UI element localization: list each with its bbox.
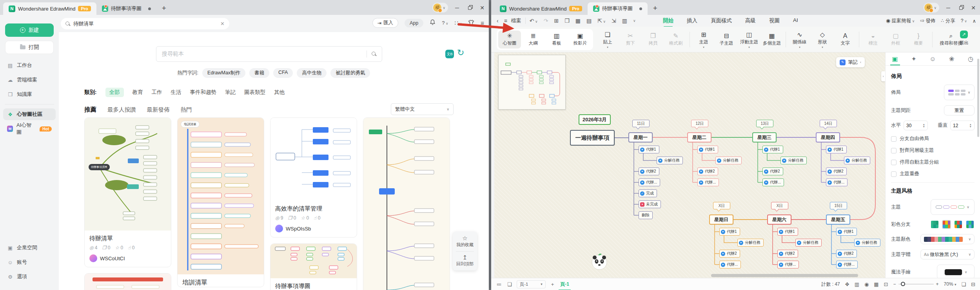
my-favorites-button[interactable]: ☆ 我的收藏 [453,232,477,251]
category-item[interactable]: 事件和趨勢 [190,89,217,96]
notification-bell-icon[interactable] [430,19,436,27]
date-callout-node[interactable]: 15日 [830,202,847,209]
task-node[interactable]: 代辦... [826,178,848,186]
day-topic-node[interactable]: 星期四 [816,132,840,142]
refresh-icon[interactable]: ↻ [457,48,464,58]
card-title[interactable]: 培訓清單 [178,274,264,287]
template-card[interactable]: 待辦事項導圖 ◎ 5 ❐ 1 ☆ 1 ☝ 0 [270,243,357,290]
hot-keyword-pill[interactable]: EdrawMax制作 [202,68,245,78]
theme-color-dropdown[interactable]: ∨ [920,234,975,244]
day-topic-node[interactable]: 星期六 [767,214,791,225]
template-card-partial[interactable] [84,273,171,290]
category-item[interactable]: 教育 [132,89,143,96]
template-card[interactable] [363,117,450,290]
menu-tab-高級[interactable]: 高級 [745,17,756,24]
ribbon-subtopic-button[interactable]: ⊟子主題 [715,31,738,49]
task-node[interactable]: 代辦2 [777,250,798,258]
task-node[interactable]: 代辦1 [836,228,857,236]
ribbon-topic-button[interactable]: ⊞主題▾ [692,29,715,49]
undo-button[interactable]: ↶ ∨ [530,18,538,24]
back-to-top-button[interactable]: ↥ 回到頂部 [453,252,477,270]
hot-keyword-pill[interactable]: CFA [273,68,293,78]
fit-window-icon[interactable]: ⊟ [971,281,975,287]
file-menu[interactable]: 檔案 [511,17,521,24]
category-item[interactable]: 筆記 [225,89,236,96]
task-node[interactable]: 分解任務 [715,157,742,164]
card-title[interactable]: 高效率的清單管理 [270,201,357,213]
branch-color-tile[interactable] [954,220,963,229]
day-topic-node[interactable]: 星期一 [628,132,653,142]
category-item[interactable]: 圖表類型 [244,89,265,96]
page-select[interactable]: 頁-1▾ [517,280,546,288]
save-as-icon[interactable]: ▥ [622,18,627,24]
day-topic-node[interactable]: 星期三 [752,132,777,142]
more-tools-icon[interactable]: ∨ [633,19,636,23]
task-node[interactable]: 代辦1 [762,146,783,153]
close-button[interactable]: ✕ [479,5,486,11]
date-callout-node[interactable]: 12日 [691,120,708,127]
help-menu[interactable]: ? ∨ [961,18,967,23]
close-button[interactable]: ✕ [970,5,977,11]
notes-button[interactable]: ✎ 筆記 ‹ [836,57,865,67]
ribbon-mindmap-button[interactable]: ✳心智圖 [498,31,521,49]
mascot-avatar[interactable] [590,253,608,271]
tab-document[interactable]: 待辦事項導圖 [96,2,156,15]
card-author[interactable]: WSpOIsSb [270,221,357,237]
day-topic-node[interactable]: 星期日 [709,214,733,225]
branch-color-tile[interactable] [930,220,939,229]
sidebar-item-settings[interactable]: ⚙選項 [3,271,56,283]
minimap[interactable] [498,55,566,110]
collapse-ribbon-icon[interactable]: ∧ [973,18,976,24]
date-callout-node[interactable]: 14日 [820,120,837,127]
slideshow-icon[interactable]: ◉ [864,281,869,287]
present-button[interactable]: ◉ 提案簡報 ∨ [886,18,915,24]
zoom-slider[interactable]: −+ [893,281,939,287]
clear-search-icon[interactable]: ✕ [220,21,225,27]
task-node[interactable]: 代辦2 [826,168,847,175]
checkbox[interactable] [891,136,897,142]
template-card[interactable]: 高效率的清單管理 ◎ 9 ❐ 0 ☆ 0 ☝ 0 WSpOIsSb [270,117,357,238]
task-node[interactable]: 代辦... [777,261,799,268]
panel-tab-theme[interactable]: ❀ [942,52,961,65]
share-button[interactable]: ∴ 分享 [941,18,955,24]
card-title[interactable]: 待辦清單 [85,231,171,242]
sidebar-item-ai-mindmap[interactable]: MAI心智圖Hot [3,123,56,135]
date-callout-node[interactable]: 11日 [632,120,650,127]
day-topic-node[interactable]: 星期二 [687,132,711,142]
ribbon-outline-button[interactable]: ≣大綱 [522,31,544,49]
open-file-icon[interactable]: ❒ [564,18,570,24]
task-node[interactable]: 代辦... [762,178,784,186]
page-frame-icon[interactable]: ❏ [507,281,512,287]
outline-toggle-icon[interactable]: ≔ [497,281,502,287]
theme-dropdown[interactable]: ∨ [931,199,975,215]
panel-tab-sticker[interactable]: ☺ [923,52,942,65]
page-tab[interactable]: 頁-1 [560,281,569,288]
checkbox[interactable] [891,171,897,177]
ribbon-shape-button[interactable]: ◇形狀▾ [811,29,834,49]
card-author[interactable]: WSCoUtCI [85,250,171,267]
sidebar-item-community[interactable]: ❖心智圖社區 [3,108,56,120]
language-badge[interactable]: 文B [445,50,454,58]
sort-tab[interactable]: 最多人按讚 [107,106,136,113]
export-button[interactable]: ↗ 匯出 [953,31,975,46]
task-node[interactable]: 代辦1 [777,228,798,236]
account-menu[interactable]: 楊 ∨ [432,3,448,13]
board-view-icon[interactable]: ▦ [874,281,878,287]
task-node[interactable]: 代辦2 [719,250,740,258]
month-label-node[interactable]: 2026年3月 [579,114,611,125]
pan-mode-icon[interactable]: ✥ [845,281,849,287]
page-layout-icon[interactable]: ▥ [855,281,859,287]
task-node[interactable]: 代辦2 [639,168,659,175]
task-node[interactable]: 代辦... [836,261,858,268]
app-button[interactable]: App [405,19,423,27]
horizontal-spacing-stepper[interactable]: 30▲▼ [904,121,928,130]
menu-tab-頁面樣式[interactable]: 頁面樣式 [711,17,732,24]
ribbon-text-button[interactable]: A文字 [834,31,857,49]
tab-document[interactable]: 待辦事項導圖 [588,2,648,15]
import-icon[interactable]: ⇲ [612,18,616,24]
task-node[interactable]: 代辦2 [836,250,857,258]
new-tab-button[interactable]: + [162,4,166,13]
magic-style-dropdown[interactable]: ∨ [937,265,975,278]
task-node[interactable]: 代辦... [719,261,741,268]
hamburger-menu-icon[interactable]: ≡ [504,18,507,24]
